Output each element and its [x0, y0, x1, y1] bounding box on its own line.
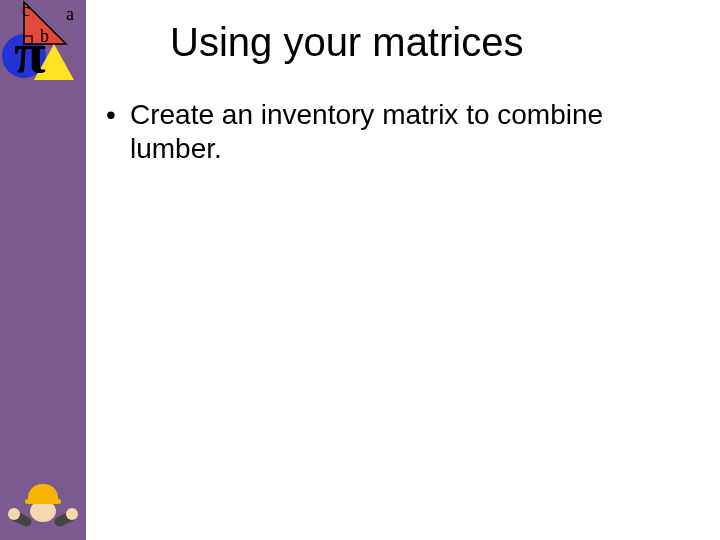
page-title: Using your matrices — [170, 20, 523, 65]
bullet-text: Create an inventory matrix to combine lu… — [130, 99, 603, 164]
sidebar: c a b π — [0, 0, 86, 540]
list-item: Create an inventory matrix to combine lu… — [106, 98, 690, 165]
math-logo-icon: c a b π — [0, 0, 86, 88]
triangle-label-a: a — [66, 4, 74, 25]
bullet-list: Create an inventory matrix to combine lu… — [106, 98, 690, 165]
pi-icon: π — [14, 24, 46, 82]
worker-icon — [8, 484, 78, 540]
triangle-label-c: c — [22, 0, 30, 21]
